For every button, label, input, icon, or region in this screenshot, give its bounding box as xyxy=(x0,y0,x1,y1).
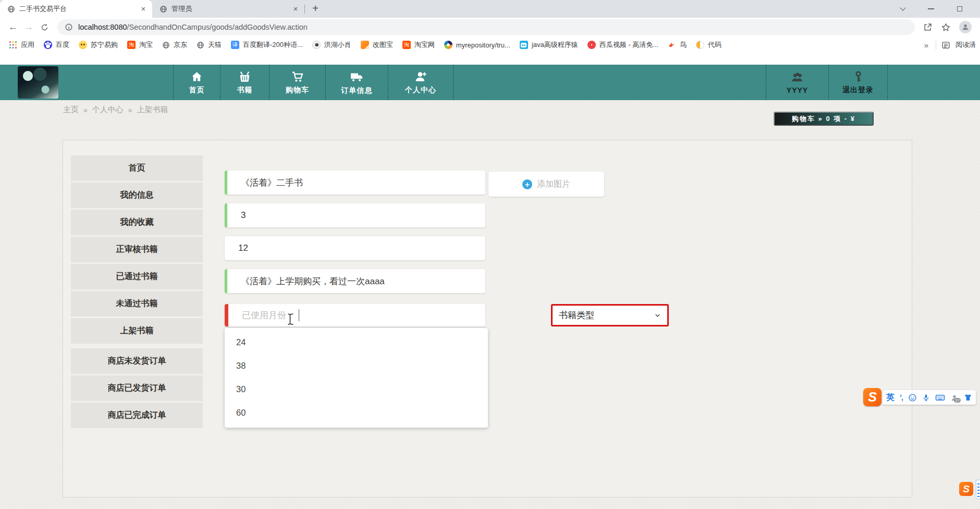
breadcrumb-current: 上架书籍 xyxy=(137,105,168,115)
tab-close-icon[interactable]: × xyxy=(139,4,148,14)
reading-list-icon[interactable] xyxy=(941,41,950,50)
emoji-icon[interactable] xyxy=(908,393,917,402)
page-content: 主页 » 个人中心 » 上架书籍 购物车 » 0 项 - ¥ 首页 我的信息 我… xyxy=(0,100,980,509)
bookmark-jd[interactable]: 京东 xyxy=(157,39,192,51)
sogou-logo-icon[interactable] xyxy=(863,388,881,406)
reading-list-label[interactable]: 阅读清 xyxy=(956,40,976,50)
window-minimize-icon[interactable] xyxy=(928,8,934,9)
share-icon[interactable] xyxy=(923,22,933,32)
bookmark-honghu[interactable]: 洪湖小肖 xyxy=(308,39,356,51)
skin-shirt-icon[interactable] xyxy=(964,393,972,402)
bookmark-baidu-translate[interactable]: 百度翻译-200种语... xyxy=(226,39,308,51)
home-icon xyxy=(190,70,203,83)
bookmark-xigua[interactable]: 西瓜视频 - 高清免... xyxy=(583,39,663,51)
browser-tab-bar: 二手书交易平台 × 管理员 × + xyxy=(0,0,980,18)
baidu-translate-icon xyxy=(231,41,239,49)
ime-language-mode[interactable]: 英 xyxy=(886,392,895,403)
site-logo-image[interactable] xyxy=(18,66,58,99)
sidebar-item-my-info[interactable]: 我的信息 xyxy=(71,183,203,208)
back-button[interactable]: ← xyxy=(5,21,21,33)
month-option-38[interactable]: 38 xyxy=(225,354,488,378)
navbar-item-user[interactable]: YYYY xyxy=(766,65,828,100)
keyboard-icon[interactable] xyxy=(935,393,945,403)
bird-logo-icon xyxy=(312,41,321,49)
url-path: /SecondhandOnCampus/goods/addGoodsView.a… xyxy=(127,23,308,31)
bird-icon xyxy=(668,41,676,49)
site-navbar: 首页 书籍 购物车 订单信息 个人中心 YYYY xyxy=(0,65,980,100)
tab-search-chevron-icon[interactable] xyxy=(900,5,905,10)
book-type-select[interactable]: 书籍类型 xyxy=(551,304,669,326)
forward-button[interactable]: → xyxy=(21,21,36,33)
add-image-button[interactable]: + 添加图片 xyxy=(488,172,604,197)
tab-title: 二手书交易平台 xyxy=(19,4,134,14)
navbar-item-profile[interactable]: 个人中心 xyxy=(388,65,454,100)
suning-lion-icon xyxy=(79,41,87,49)
bookmark-apps[interactable]: 应用 xyxy=(4,39,39,51)
sidebar-item-approved[interactable]: 已通过书籍 xyxy=(71,264,203,289)
tab-close-icon[interactable]: × xyxy=(291,4,300,14)
month-option-30[interactable]: 30 xyxy=(225,378,488,401)
month-option-24[interactable]: 24 xyxy=(225,331,488,354)
navbar-item-orders[interactable]: 订单信息 xyxy=(325,65,388,100)
cart-summary-badge[interactable]: 购物车 » 0 项 - ¥ xyxy=(774,112,874,126)
microphone-icon[interactable] xyxy=(922,394,930,402)
navbar-items: 首页 书籍 购物车 订单信息 个人中心 xyxy=(173,65,454,100)
month-option-60[interactable]: 60 xyxy=(225,401,488,425)
bookmark-star-icon[interactable] xyxy=(941,22,951,32)
ime-punctuation-icon[interactable]: ’, xyxy=(900,393,903,402)
bookmark-gaitubao[interactable]: 改图宝 xyxy=(356,39,398,51)
reload-button[interactable] xyxy=(36,22,52,32)
sidebar-item-favorites[interactable]: 我的收藏 xyxy=(71,210,203,235)
sidebar-item-unshipped-orders[interactable]: 商店未发货订单 xyxy=(71,348,203,374)
sidebar-item-completed-orders[interactable]: 商店已完成订单 xyxy=(71,403,203,428)
browser-address-bar: ← → localhost:8080/SecondhandOnCampus/go… xyxy=(0,18,980,37)
divider xyxy=(936,40,936,50)
sogou-mini-panel-edge xyxy=(976,480,980,499)
breadcrumb-separator: » xyxy=(83,106,88,114)
bookmark-myrepository[interactable]: myrepository/tru... xyxy=(439,39,515,51)
book-title-input[interactable] xyxy=(225,171,485,195)
taobao-icon xyxy=(127,41,136,49)
bookmark-code[interactable]: 代码 xyxy=(691,39,726,51)
bookmarks-bar: 应用 百度 苏宁易购 淘宝 京东 天猫 百度翻译-200种语... 洪湖小肖 改… xyxy=(0,37,980,54)
new-tab-button[interactable]: + xyxy=(308,2,323,16)
taobao-icon xyxy=(402,41,411,49)
navbar-item-books[interactable]: 书籍 xyxy=(220,65,269,100)
bookmark-suning[interactable]: 苏宁易购 xyxy=(74,39,123,51)
navbar-right: YYYY 退出登录 xyxy=(766,65,888,100)
sidebar-item-shipped-orders[interactable]: 商店已发货订单 xyxy=(71,375,203,401)
tab-admin[interactable]: 管理员 × xyxy=(152,0,304,18)
site-info-icon[interactable] xyxy=(65,23,73,31)
apps-grid-icon xyxy=(9,41,17,49)
address-bar-actions xyxy=(923,21,972,33)
book-description-input[interactable] xyxy=(225,269,485,293)
sidebar-item-under-review[interactable]: 正审核书籍 xyxy=(71,237,203,262)
bookmark-tmall[interactable]: 天猫 xyxy=(192,39,226,51)
sidebar-item-home[interactable]: 首页 xyxy=(71,155,203,181)
breadcrumb-profile[interactable]: 个人中心 xyxy=(92,105,124,115)
navbar-item-logout[interactable]: 退出登录 xyxy=(828,65,888,100)
sidebar-item-listed[interactable]: 上架书籍 xyxy=(71,318,203,344)
navbar-item-home[interactable]: 首页 xyxy=(173,65,220,100)
book-quantity-input[interactable] xyxy=(225,203,485,227)
bookmark-bird[interactable]: 鸟 xyxy=(663,39,691,51)
bookmark-taobao-web[interactable]: 淘宝网 xyxy=(398,39,439,51)
tab-shop[interactable]: 二手书交易平台 × xyxy=(0,0,152,18)
window-maximize-icon[interactable] xyxy=(957,6,962,11)
navbar-item-cart[interactable]: 购物车 xyxy=(269,65,325,100)
months-used-input[interactable] xyxy=(225,304,485,326)
bookmark-taobao[interactable]: 淘宝 xyxy=(123,39,157,51)
book-price-input[interactable] xyxy=(225,236,485,260)
breadcrumb-home[interactable]: 主页 xyxy=(63,105,79,115)
profile-avatar[interactable] xyxy=(959,21,972,33)
url-bar[interactable]: localhost:8080/SecondhandOnCampus/goods/… xyxy=(57,19,915,35)
breadcrumb-separator: » xyxy=(128,106,132,114)
bookmark-baidu[interactable]: 百度 xyxy=(39,39,74,51)
gaitubao-icon xyxy=(361,41,369,49)
sogou-mini-logo[interactable] xyxy=(959,482,973,496)
add-image-label: 添加图片 xyxy=(537,179,570,190)
ime-account-icon[interactable]: 17 xyxy=(950,393,959,402)
sidebar-item-rejected[interactable]: 未通过书籍 xyxy=(71,291,203,317)
bookmark-java[interactable]: java高级程序猿 xyxy=(515,39,583,51)
bookmarks-overflow-icon[interactable]: » xyxy=(922,41,930,50)
